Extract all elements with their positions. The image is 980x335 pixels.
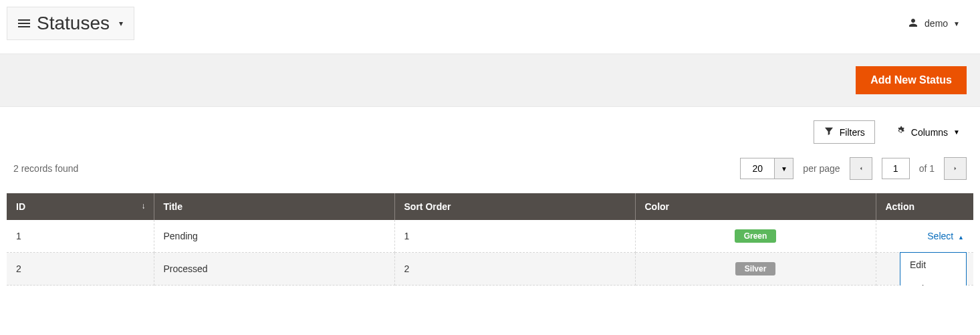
funnel-icon [824, 126, 834, 138]
cell-id: 1 [7, 220, 154, 253]
status-table: ID ↓ Title Sort Order Color Action 1 Pen… [7, 193, 973, 286]
table-row[interactable]: 1 Pending 1 Green Select ▲ Edit Delete [7, 220, 973, 253]
current-page-input[interactable] [882, 158, 910, 179]
caret-down-icon: ▾ [119, 19, 123, 28]
color-badge: Green [735, 229, 777, 243]
user-name: demo [925, 18, 948, 29]
caret-up-icon: ▲ [958, 234, 964, 241]
columns-button[interactable]: Columns ▼ [888, 121, 967, 143]
caret-down-icon: ▼ [953, 128, 960, 136]
action-select-link[interactable]: Select ▲ [927, 231, 964, 241]
page-size-dropdown-toggle[interactable]: ▼ [774, 158, 793, 179]
column-header-id[interactable]: ID ↓ [7, 193, 154, 220]
column-header-title[interactable]: Title [154, 193, 394, 220]
user-icon [907, 17, 919, 31]
page-title-dropdown[interactable]: Statuses ▾ [7, 7, 134, 40]
cell-color: Silver [635, 253, 876, 286]
table-row[interactable]: 2 Processed 2 Silver Select [7, 253, 973, 286]
records-found: 2 records found [13, 163, 78, 174]
per-page-label: per page [803, 163, 840, 174]
add-new-status-button[interactable]: Add New Status [856, 66, 967, 94]
filters-label: Filters [840, 127, 865, 138]
cell-sort-order: 2 [394, 253, 635, 286]
sort-arrow-down-icon: ↓ [142, 201, 146, 211]
action-dropdown: Edit Delete [900, 252, 967, 286]
gear-icon [895, 126, 906, 138]
user-menu[interactable]: demo ▼ [907, 17, 967, 31]
page-title: Statuses [37, 13, 110, 34]
chevron-left-icon [858, 165, 864, 172]
hamburger-icon [18, 19, 30, 27]
cell-id: 2 [7, 253, 154, 286]
action-edit[interactable]: Edit [900, 253, 966, 277]
of-pages-label: of 1 [919, 163, 935, 174]
filters-button[interactable]: Filters [814, 120, 875, 144]
column-header-action[interactable]: Action [876, 193, 973, 220]
column-header-color[interactable]: Color [635, 193, 876, 220]
prev-page-button[interactable] [850, 157, 872, 180]
cell-color: Green [635, 220, 876, 253]
columns-label: Columns [911, 127, 948, 138]
caret-down-icon: ▼ [953, 20, 960, 27]
chevron-right-icon [952, 165, 959, 172]
action-delete[interactable]: Delete [900, 277, 966, 286]
cell-title: Pending [154, 220, 394, 253]
column-header-sort-order[interactable]: Sort Order [394, 193, 635, 220]
next-page-button[interactable] [944, 157, 967, 180]
cell-sort-order: 1 [394, 220, 635, 253]
page-size-input[interactable] [741, 158, 774, 179]
cell-title: Processed [154, 253, 394, 286]
color-badge: Silver [735, 262, 776, 275]
cell-action: Select ▲ Edit Delete [876, 220, 973, 253]
